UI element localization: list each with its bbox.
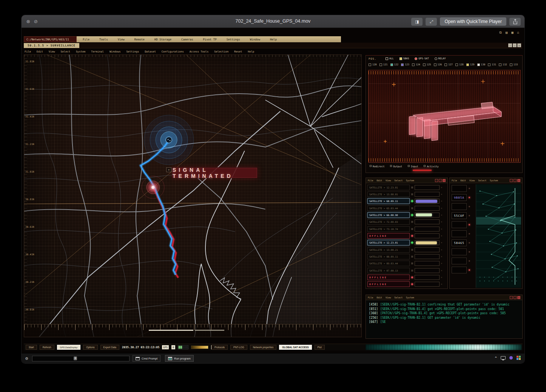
- satellite-row[interactable]: SATELLITE > 87.08.13: [367, 267, 446, 273]
- minimize-icon[interactable]: −: [510, 296, 513, 299]
- channel-132[interactable]: 132: [499, 63, 507, 66]
- code-slot-row[interactable]: [452, 258, 470, 264]
- close-icon[interactable]: ✕: [443, 179, 446, 182]
- channel-120[interactable]: 120: [369, 63, 377, 66]
- top-menu-tools[interactable]: Tools: [99, 38, 108, 41]
- channel-121[interactable]: 121: [379, 63, 388, 66]
- gps-map[interactable]: 31.81N 31.61N 31.41N 31.21N 31.01N 30.81…: [24, 54, 362, 337]
- panel-menu-file[interactable]: File: [368, 296, 373, 299]
- close-icon[interactable]: ✕: [517, 179, 520, 182]
- panel-menu-select[interactable]: Select: [478, 179, 486, 182]
- channel-122[interactable]: 122: [390, 63, 399, 66]
- panel-menu-system[interactable]: System: [490, 179, 498, 182]
- satellite-row[interactable]: SATELLITE > 88.09.11: [367, 253, 446, 259]
- gear-icon[interactable]: ⚙: [25, 356, 28, 361]
- satellite-row[interactable]: SATELLITE > 66.08.90: [367, 212, 446, 218]
- channel-130[interactable]: 130: [477, 63, 486, 66]
- minimize-icon[interactable]: −: [510, 179, 513, 182]
- channel-128[interactable]: 128: [455, 63, 464, 66]
- menu-settings[interactable]: Settings: [126, 50, 139, 53]
- code-slot-row[interactable]: [452, 248, 470, 255]
- top-menu-file[interactable]: File: [83, 38, 89, 41]
- close-icon[interactable]: ✕: [517, 43, 521, 47]
- rows-icon[interactable]: ▤: [506, 31, 507, 35]
- menu-edit[interactable]: Edit: [37, 50, 43, 53]
- code-slot-row[interactable]: [452, 230, 470, 237]
- panel-menu-system[interactable]: System: [406, 179, 414, 182]
- top-menu-settings[interactable]: Settings: [227, 38, 240, 41]
- channel-133[interactable]: 133: [510, 63, 518, 66]
- code-slot-row[interactable]: [452, 267, 470, 273]
- panel-menu-view[interactable]: View: [386, 296, 391, 299]
- network-properties-button[interactable]: Network properties: [250, 345, 277, 350]
- level-meter[interactable]: [191, 346, 208, 349]
- map-scroll-thumb[interactable]: [149, 330, 193, 331]
- channel-125[interactable]: 125: [423, 63, 431, 66]
- tab-input[interactable]: Input: [408, 165, 418, 168]
- top-menu-view[interactable]: View: [118, 38, 125, 41]
- top-menu-hd-storage[interactable]: HD Storage: [154, 38, 171, 41]
- gps-datadisplay-button[interactable]: GPS DataDisplay: [57, 345, 81, 350]
- satellite-row[interactable]: OFFLINE: [367, 233, 446, 239]
- layout-icon[interactable]: ⧉: [499, 31, 501, 35]
- menu-dataset[interactable]: Dataset: [145, 50, 156, 53]
- panel-menu-select[interactable]: Select: [394, 179, 403, 182]
- app-grid-icon[interactable]: [517, 356, 521, 360]
- open-with-quicktime-button[interactable]: Open with QuickTime Player: [440, 17, 506, 26]
- menu-access-tools[interactable]: Access Tools: [190, 50, 209, 53]
- fullscreen-button[interactable]: ⤢: [426, 18, 437, 26]
- plot-button[interactable]: Plot: [315, 345, 325, 350]
- panel-menu-file[interactable]: File: [452, 179, 457, 182]
- share-button[interactable]: [509, 18, 521, 26]
- options-button[interactable]: Options: [83, 345, 97, 350]
- panel-menu-view[interactable]: View: [386, 179, 391, 182]
- menu-windows[interactable]: Windows: [110, 50, 121, 53]
- channel-126[interactable]: 126: [434, 63, 442, 66]
- menu-terminal[interactable]: Terminal: [91, 50, 104, 53]
- maximize-icon[interactable]: ▫: [514, 296, 517, 299]
- run-program-button[interactable]: Run program: [165, 355, 194, 362]
- protocols-button[interactable]: Protocols: [211, 345, 228, 350]
- tab-activity[interactable]: Activity: [424, 165, 438, 168]
- menu-select[interactable]: Select: [61, 50, 70, 53]
- maximize-icon[interactable]: ▫: [513, 43, 517, 47]
- channel-124[interactable]: 124: [412, 63, 420, 66]
- satellite-row[interactable]: SATELLITE > 68.09.11: [367, 198, 446, 204]
- satellite-row[interactable]: SATELLITE > 13.08.01: [367, 191, 446, 197]
- satellite-row[interactable]: SATELLITE > 13.08.21: [367, 247, 446, 253]
- map-scroll-thumb-secondary[interactable]: [195, 330, 224, 331]
- code-slot-row[interactable]: 9B85A: [452, 194, 470, 201]
- panel-menu-system[interactable]: System: [406, 296, 414, 299]
- refresh-button[interactable]: Refresh: [40, 345, 54, 350]
- log-output[interactable]: [458][SEEK//GPS-sig-TRAN-B2.1] confirmin…: [369, 302, 520, 324]
- pnt-log-button[interactable]: PNT-LOG: [230, 345, 247, 350]
- maximize-icon[interactable]: ▫: [439, 179, 442, 182]
- tab-output[interactable]: Output: [390, 165, 402, 168]
- panel-menu-edit[interactable]: Edit: [460, 179, 466, 182]
- satellite-row[interactable]: SATELLITE > 73.18.74: [367, 226, 446, 232]
- banner-close-button[interactable]: ✕: [166, 167, 171, 172]
- panel-menu-view[interactable]: View: [469, 179, 475, 182]
- channel-123[interactable]: 123: [401, 63, 409, 66]
- close-icon[interactable]: ✕: [517, 296, 520, 299]
- code-slot-row[interactable]: 58465: [452, 239, 470, 246]
- menu-selection[interactable]: Selection: [214, 50, 228, 53]
- code-slot-row[interactable]: 55COF: [452, 212, 470, 219]
- tab-redirect[interactable]: Redirect: [370, 165, 384, 168]
- export-data-button[interactable]: Export Data: [100, 345, 119, 350]
- chevron-up-icon[interactable]: ^: [495, 356, 497, 360]
- global-sat-access-button[interactable]: GLOBAL SAT ACCESS: [279, 345, 312, 350]
- code-slot-row[interactable]: [452, 203, 470, 210]
- top-menu-cameras[interactable]: Cameras: [181, 38, 193, 41]
- start-button[interactable]: Start: [26, 345, 37, 350]
- menu-reset[interactable]: Reset: [234, 50, 242, 53]
- menu-help[interactable]: Help: [248, 50, 254, 53]
- top-menu-remote[interactable]: Remote: [134, 38, 145, 41]
- channel-131[interactable]: 131: [488, 63, 496, 66]
- filter-relay[interactable]: RELAY: [435, 57, 446, 60]
- satellite-row[interactable]: SATELLITE > 72.00.03: [367, 219, 446, 225]
- satellite-row[interactable]: SATELLITE > 12.23.01: [367, 184, 446, 190]
- minimize-icon[interactable]: −: [508, 43, 512, 47]
- code-slot-row[interactable]: [452, 185, 470, 192]
- minimize-icon[interactable]: −: [435, 179, 438, 182]
